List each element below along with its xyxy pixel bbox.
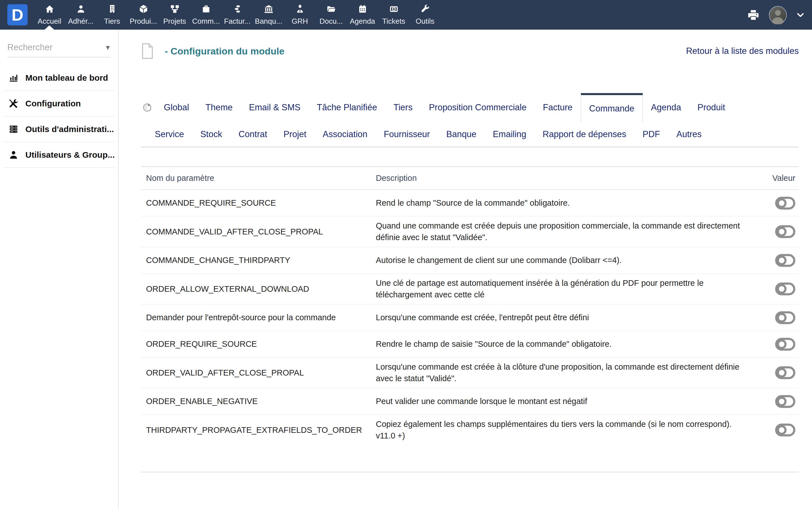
value-toggle-off[interactable] (775, 282, 796, 296)
parameter-description: Peut valider une commande lorsque le mon… (376, 396, 756, 407)
tab-emailing[interactable]: Emailing (485, 129, 534, 139)
main-content: - Configuration du module Retour à la li… (119, 30, 812, 509)
tab-proposition-commerciale[interactable]: Proposition Commerciale (421, 93, 534, 122)
coins-icon (233, 4, 242, 15)
table-header-row: Nom du paramètre Description Valeur (141, 167, 799, 190)
folder-open-icon (327, 4, 336, 15)
value-toggle-off[interactable] (775, 197, 796, 210)
user-avatar[interactable] (769, 6, 787, 24)
topbar-item-adher[interactable]: Adhér... (65, 0, 97, 30)
value-toggle-off[interactable] (775, 395, 796, 408)
tab-tiers[interactable]: Tiers (385, 93, 421, 122)
value-toggle-off[interactable] (775, 311, 796, 324)
value-toggle-off[interactable] (775, 423, 796, 437)
topbar-item-label: Produi... (130, 17, 157, 26)
home-icon (45, 4, 54, 15)
tab-facture[interactable]: Facture (534, 93, 581, 122)
print-icon[interactable] (747, 9, 760, 21)
table-row: ORDER_ENABLE_NEGATIVE Peut valider une c… (141, 388, 799, 415)
search-dropdown-caret[interactable]: ▾ (106, 43, 111, 52)
topbar-item-label: Tickets (382, 17, 405, 26)
topbar-item-projets[interactable]: Projets (159, 0, 190, 30)
tab-produit[interactable]: Produit (689, 93, 733, 122)
search-input[interactable] (7, 42, 106, 53)
globe-icon (142, 102, 152, 112)
topbar-item-label: Outils (415, 17, 434, 26)
parameter-name: COMMANDE_VALID_AFTER_CLOSE_PROPAL (141, 227, 376, 236)
page-title: - Configuration du module (165, 46, 285, 57)
header-value: Valeur (756, 173, 799, 183)
parameter-name: ORDER_ALLOW_EXTERNAL_DOWNLOAD (141, 284, 376, 294)
back-to-modules-link[interactable]: Retour à la liste des modules (686, 46, 799, 56)
value-toggle-off[interactable] (775, 338, 796, 351)
tab-service[interactable]: Service (147, 129, 192, 139)
top-menu: AccueilAdhér...TiersProdui...ProjetsComm… (34, 0, 441, 30)
tab-banque[interactable]: Banque (438, 129, 485, 139)
value-toggle-off[interactable] (775, 366, 796, 379)
header-description: Description (376, 173, 756, 183)
page-header: - Configuration du module Retour à la li… (141, 42, 799, 60)
tab-stock[interactable]: Stock (192, 129, 230, 139)
tab-global[interactable]: Global (156, 93, 197, 122)
topbar-item-label: GRH (292, 17, 308, 26)
tools-icon (8, 99, 19, 109)
sidebar-item-configuration[interactable]: Configuration (3, 91, 115, 116)
user-icon (76, 4, 86, 15)
tab-association[interactable]: Association (315, 129, 376, 139)
parameters-table: Nom du paramètre Description Valeur COMM… (141, 167, 799, 472)
tab-agenda[interactable]: Agenda (643, 93, 689, 122)
topbar-item-comm[interactable]: Comm... (190, 0, 222, 30)
topbar-item-label: Tiers (104, 17, 120, 26)
sidebar-item-label: Utilisateurs & Group... (25, 150, 115, 160)
parameter-name: ORDER_ENABLE_NEGATIVE (141, 397, 376, 406)
left-sidebar: ▾ Mon tableau de bordConfigurationOutils… (0, 30, 118, 509)
value-toggle-off[interactable] (775, 225, 796, 238)
tab-email-sms[interactable]: Email & SMS (241, 93, 309, 122)
parameter-name: Demander pour l'entrepôt-source pour la … (141, 313, 376, 322)
topbar-item-grh[interactable]: GRH (284, 0, 316, 30)
topbar-item-factur[interactable]: Factur... (222, 0, 253, 30)
parameter-description: Autorise le changement de client sur une… (376, 254, 756, 266)
sidebar-item-label: Configuration (25, 99, 81, 108)
tab-fournisseur[interactable]: Fournisseur (375, 129, 438, 139)
tab-theme[interactable]: Theme (197, 93, 241, 122)
tab-projet[interactable]: Projet (275, 129, 315, 139)
topbar-item-banqu[interactable]: Banqu... (253, 0, 284, 30)
chevron-down-icon[interactable] (796, 11, 805, 19)
active-menu-caret (44, 25, 54, 30)
dolibarr-logo[interactable]: D (7, 4, 28, 25)
tab-contrat[interactable]: Contrat (230, 129, 275, 139)
tab-pdf[interactable]: PDF (634, 129, 668, 139)
topbar-item-produi[interactable]: Produi... (128, 0, 159, 30)
building-icon (107, 4, 117, 15)
person-tie-icon (295, 4, 305, 15)
topbar-item-tiers[interactable]: Tiers (97, 0, 128, 30)
table-row: COMMANDE_CHANGE_THIRDPARTY Autorise le c… (141, 247, 799, 274)
parameter-description: Copiez également les champs supplémentai… (376, 418, 756, 442)
parameter-name: COMMANDE_CHANGE_THIRDPARTY (141, 256, 376, 265)
value-toggle-off[interactable] (775, 254, 796, 267)
module-tabs: GlobalThemeEmail & SMSTâche PlanifiéeTie… (141, 93, 799, 147)
sidebar-item-utilisateurs-group[interactable]: Utilisateurs & Group... (3, 142, 115, 168)
sidebar-item-outils-d-administrati[interactable]: Outils d'administrati... (3, 116, 115, 142)
tab-rapport-de-depenses[interactable]: Rapport de dépenses (534, 129, 634, 139)
tab-commande[interactable]: Commande (581, 93, 643, 122)
tab-tache-planifiee[interactable]: Tâche Planifiée (309, 93, 385, 122)
table-footer-space (141, 445, 799, 472)
header-name: Nom du paramètre (141, 173, 376, 183)
parameter-name: ORDER_REQUIRE_SOURCE (141, 339, 376, 349)
topbar-item-tickets[interactable]: Tickets (378, 0, 409, 30)
table-row: ORDER_VALID_AFTER_CLOSE_PROPAL Lorsqu'un… (141, 358, 799, 388)
parameter-name: COMMANDE_REQUIRE_SOURCE (141, 198, 376, 208)
sidebar-item-mon-tableau-de-bord[interactable]: Mon tableau de bord (3, 65, 115, 91)
table-row: COMMANDE_REQUIRE_SOURCE Rend le champ "S… (141, 190, 799, 216)
topbar-item-docu[interactable]: Docu... (316, 0, 347, 30)
table-row: THIRDPARTY_PROPAGATE_EXTRAFIELDS_TO_ORDE… (141, 415, 799, 445)
topbar-item-label: Projets (163, 17, 186, 26)
topbar-item-label: Docu... (320, 17, 342, 26)
topbar-item-agenda[interactable]: Agenda (347, 0, 378, 30)
topbar-item-outils[interactable]: Outils (409, 0, 441, 30)
parameter-description: Rend le champ "Source de la commande" ob… (376, 197, 756, 209)
tab-autres[interactable]: Autres (668, 129, 710, 139)
sidebar-item-label: Outils d'administrati... (25, 125, 114, 134)
